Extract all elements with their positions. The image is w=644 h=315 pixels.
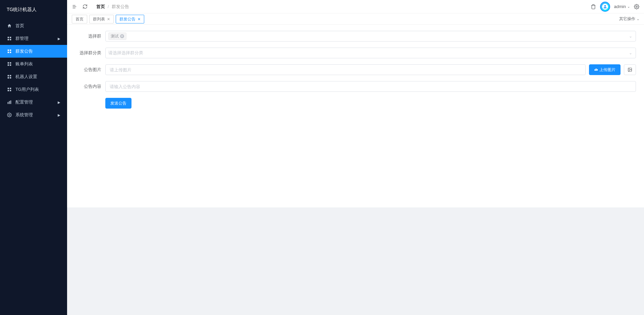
sidebar-item-bill-list[interactable]: 账单列表 — [0, 58, 67, 70]
header-left: 首页 / 群发公告 — [72, 4, 129, 10]
sidebar-item-label: 账单列表 — [15, 61, 33, 67]
preview-image-button[interactable] — [624, 64, 636, 75]
close-icon[interactable]: ✕ — [138, 15, 141, 23]
username: admin — [614, 4, 626, 9]
tabs-more-dropdown[interactable]: 其它操作 ⌄ — [619, 16, 639, 22]
label-image: 公告图片 — [75, 64, 105, 75]
chevron-right-icon: ▶ — [58, 37, 60, 41]
sidebar-item-label: 系统管理 — [15, 112, 33, 118]
main: 首页 / 群发公告 admin ⌄ — [67, 0, 644, 315]
app-logo: TG统计机器人 — [0, 0, 67, 19]
svg-rect-2 — [8, 39, 9, 40]
breadcrumb-home[interactable]: 首页 — [96, 4, 105, 10]
sidebar-item-tg-users[interactable]: TG用户列表 — [0, 83, 67, 96]
tab-label: 群列表 — [93, 15, 105, 23]
header: 首页 / 群发公告 admin ⌄ — [67, 0, 644, 13]
tab-broadcast[interactable]: 群发公告 ✕ — [116, 15, 144, 23]
sidebar-item-broadcast[interactable]: 群发公告 — [0, 45, 67, 58]
header-right: admin ⌄ — [591, 2, 639, 12]
svg-rect-21 — [9, 101, 10, 104]
svg-rect-15 — [10, 77, 11, 78]
collapse-sidebar-button[interactable] — [72, 4, 77, 9]
svg-rect-6 — [8, 52, 9, 53]
sidebar-item-home[interactable]: 首页 — [0, 19, 67, 32]
image-path-input[interactable] — [105, 64, 586, 75]
sidebar-item-system-manage[interactable]: 系统管理 ▶ — [0, 109, 67, 121]
user-avatar[interactable] — [600, 2, 610, 12]
form-card: 选择群 测试 ✕ ⌄ 选择群分类 — [67, 25, 644, 207]
sidebar-item-label: 首页 — [15, 23, 24, 29]
grid-icon — [7, 49, 12, 54]
svg-rect-14 — [8, 77, 9, 78]
select-group-input[interactable]: 测试 ✕ ⌄ — [105, 31, 636, 42]
label-content: 公告内容 — [75, 81, 105, 92]
close-icon[interactable]: ✕ — [107, 15, 110, 23]
bars-icon — [7, 100, 12, 105]
tabs-bar: 首页 群列表 ✕ 群发公告 ✕ 其它操作 ⌄ — [67, 13, 644, 25]
user-dropdown[interactable]: admin ⌄ — [614, 4, 630, 9]
label-select-group: 选择群 — [75, 31, 105, 42]
svg-point-30 — [629, 69, 630, 69]
tab-home[interactable]: 首页 — [72, 15, 87, 23]
svg-rect-13 — [10, 75, 11, 76]
grid-icon — [7, 36, 12, 41]
cloud-upload-icon — [594, 68, 598, 72]
chevron-down-icon: ⌄ — [637, 17, 639, 21]
grid-icon — [7, 87, 12, 92]
row-select-category: 选择群分类 请选择选择群分类 ⌄ — [75, 48, 636, 58]
tag-label: 测试 — [111, 33, 119, 40]
breadcrumb-current: 群发公告 — [112, 4, 129, 10]
svg-rect-22 — [10, 101, 11, 104]
sidebar-item-label: 配置管理 — [15, 99, 33, 105]
sidebar-item-config-manage[interactable]: 配置管理 ▶ — [0, 96, 67, 109]
content-input[interactable] — [105, 81, 636, 92]
svg-rect-12 — [8, 75, 9, 76]
svg-point-27 — [604, 5, 606, 7]
tab-label: 群发公告 — [119, 15, 136, 23]
tab-group-list[interactable]: 群列表 ✕ — [89, 15, 114, 23]
svg-rect-10 — [8, 64, 9, 66]
row-content: 公告内容 — [75, 81, 636, 92]
sidebar-item-label: 机器人设置 — [15, 74, 37, 80]
svg-rect-5 — [10, 50, 11, 51]
svg-point-28 — [636, 6, 637, 7]
sidebar-item-group-manage[interactable]: 群管理 ▶ — [0, 32, 67, 45]
sidebar: TG统计机器人 首页 群管理 ▶ 群发公告 — [0, 0, 67, 315]
home-icon — [7, 23, 12, 28]
refresh-button[interactable] — [83, 4, 88, 9]
gear-icon — [7, 113, 12, 117]
svg-rect-20 — [8, 102, 8, 104]
grid-icon — [7, 62, 12, 66]
settings-button[interactable] — [634, 4, 639, 9]
svg-rect-1 — [10, 37, 11, 38]
tabs-more-label: 其它操作 — [619, 16, 635, 22]
upload-image-button[interactable]: 上传图片 — [589, 64, 621, 75]
image-icon — [628, 67, 632, 72]
trash-button[interactable] — [591, 4, 596, 9]
chevron-down-icon: ⌄ — [629, 51, 632, 55]
svg-rect-11 — [10, 64, 11, 66]
tag-remove-icon[interactable]: ✕ — [120, 34, 124, 38]
svg-rect-19 — [10, 90, 11, 91]
chevron-right-icon: ▶ — [58, 113, 60, 117]
svg-rect-8 — [8, 62, 9, 64]
sidebar-item-bot-settings[interactable]: 机器人设置 — [0, 70, 67, 83]
breadcrumb: 首页 / 群发公告 — [96, 4, 129, 10]
sidebar-item-label: 群管理 — [15, 36, 29, 42]
row-submit: 发送公告 — [75, 98, 636, 109]
sidebar-item-label: TG用户列表 — [15, 86, 39, 92]
svg-point-23 — [9, 114, 10, 116]
svg-rect-0 — [8, 37, 9, 38]
send-announcement-button[interactable]: 发送公告 — [105, 98, 131, 109]
content: 选择群 测试 ✕ ⌄ 选择群分类 — [67, 25, 644, 315]
tab-label: 首页 — [75, 15, 84, 23]
svg-rect-18 — [8, 90, 9, 91]
label-select-category: 选择群分类 — [75, 48, 105, 58]
svg-rect-3 — [10, 39, 11, 40]
chevron-down-icon: ⌄ — [627, 5, 630, 8]
svg-rect-9 — [10, 62, 11, 64]
svg-rect-7 — [10, 52, 11, 53]
grid-icon — [7, 74, 12, 79]
select-category-input[interactable]: 请选择选择群分类 ⌄ — [105, 48, 636, 58]
sidebar-item-label: 群发公告 — [15, 48, 33, 54]
